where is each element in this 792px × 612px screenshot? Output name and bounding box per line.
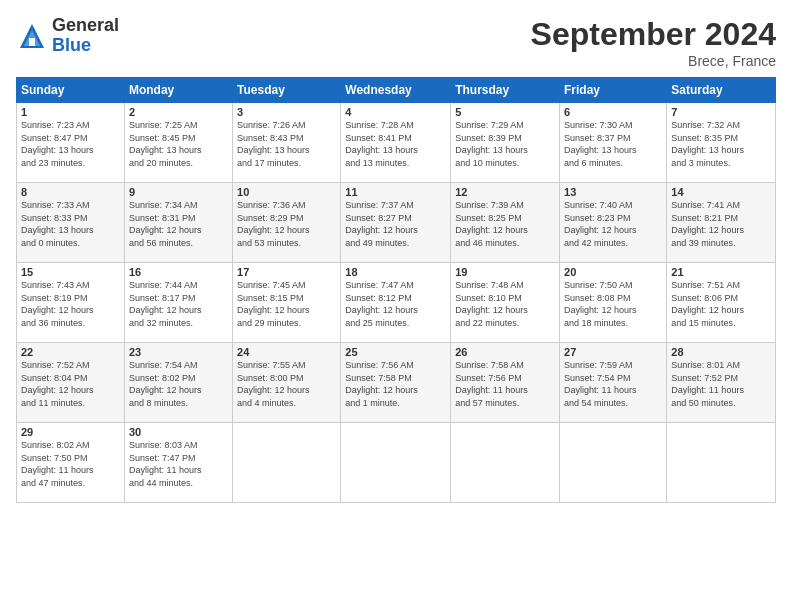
week-row-3: 15 Sunrise: 7:43 AMSunset: 8:19 PMDaylig… (17, 263, 776, 343)
day-info: Sunrise: 7:41 AMSunset: 8:21 PMDaylight:… (671, 200, 744, 248)
day-info: Sunrise: 7:50 AMSunset: 8:08 PMDaylight:… (564, 280, 637, 328)
cell-sep-6: 6 Sunrise: 7:30 AMSunset: 8:37 PMDayligh… (560, 103, 667, 183)
day-info: Sunrise: 7:32 AMSunset: 8:35 PMDaylight:… (671, 120, 744, 168)
cell-sep-18: 18 Sunrise: 7:47 AMSunset: 8:12 PMDaylig… (341, 263, 451, 343)
cell-sep-14: 14 Sunrise: 7:41 AMSunset: 8:21 PMDaylig… (667, 183, 776, 263)
day-number: 20 (564, 266, 662, 278)
header-row: Sunday Monday Tuesday Wednesday Thursday… (17, 78, 776, 103)
day-info: Sunrise: 7:40 AMSunset: 8:23 PMDaylight:… (564, 200, 637, 248)
empty-cell (667, 423, 776, 503)
day-number: 26 (455, 346, 555, 358)
cell-sep-13: 13 Sunrise: 7:40 AMSunset: 8:23 PMDaylig… (560, 183, 667, 263)
logo-general: General (52, 16, 119, 36)
day-info: Sunrise: 8:01 AMSunset: 7:52 PMDaylight:… (671, 360, 744, 408)
header-tuesday: Tuesday (233, 78, 341, 103)
cell-sep-25: 25 Sunrise: 7:56 AMSunset: 7:58 PMDaylig… (341, 343, 451, 423)
day-info: Sunrise: 7:30 AMSunset: 8:37 PMDaylight:… (564, 120, 637, 168)
day-info: Sunrise: 7:45 AMSunset: 8:15 PMDaylight:… (237, 280, 310, 328)
day-info: Sunrise: 7:54 AMSunset: 8:02 PMDaylight:… (129, 360, 202, 408)
empty-cell (233, 423, 341, 503)
day-number: 3 (237, 106, 336, 118)
location: Brece, France (531, 53, 776, 69)
day-number: 7 (671, 106, 771, 118)
calendar-table: Sunday Monday Tuesday Wednesday Thursday… (16, 77, 776, 503)
cell-sep-26: 26 Sunrise: 7:58 AMSunset: 7:56 PMDaylig… (451, 343, 560, 423)
day-number: 28 (671, 346, 771, 358)
day-number: 27 (564, 346, 662, 358)
day-number: 29 (21, 426, 120, 438)
calendar-page: General Blue September 2024 Brece, Franc… (0, 0, 792, 612)
header-saturday: Saturday (667, 78, 776, 103)
cell-sep-9: 9 Sunrise: 7:34 AMSunset: 8:31 PMDayligh… (124, 183, 232, 263)
day-number: 1 (21, 106, 120, 118)
empty-cell (451, 423, 560, 503)
week-row-4: 22 Sunrise: 7:52 AMSunset: 8:04 PMDaylig… (17, 343, 776, 423)
cell-sep-8: 8 Sunrise: 7:33 AMSunset: 8:33 PMDayligh… (17, 183, 125, 263)
day-info: Sunrise: 7:58 AMSunset: 7:56 PMDaylight:… (455, 360, 528, 408)
day-number: 22 (21, 346, 120, 358)
cell-sep-7: 7 Sunrise: 7:32 AMSunset: 8:35 PMDayligh… (667, 103, 776, 183)
empty-cell (341, 423, 451, 503)
day-number: 16 (129, 266, 228, 278)
day-number: 5 (455, 106, 555, 118)
cell-sep-3: 3 Sunrise: 7:26 AMSunset: 8:43 PMDayligh… (233, 103, 341, 183)
day-number: 12 (455, 186, 555, 198)
cell-sep-24: 24 Sunrise: 7:55 AMSunset: 8:00 PMDaylig… (233, 343, 341, 423)
header-sunday: Sunday (17, 78, 125, 103)
logo: General Blue (16, 16, 119, 56)
header-thursday: Thursday (451, 78, 560, 103)
day-info: Sunrise: 7:48 AMSunset: 8:10 PMDaylight:… (455, 280, 528, 328)
day-info: Sunrise: 7:55 AMSunset: 8:00 PMDaylight:… (237, 360, 310, 408)
day-info: Sunrise: 8:02 AMSunset: 7:50 PMDaylight:… (21, 440, 94, 488)
day-info: Sunrise: 7:56 AMSunset: 7:58 PMDaylight:… (345, 360, 418, 408)
day-info: Sunrise: 8:03 AMSunset: 7:47 PMDaylight:… (129, 440, 202, 488)
day-info: Sunrise: 7:44 AMSunset: 8:17 PMDaylight:… (129, 280, 202, 328)
week-row-5: 29 Sunrise: 8:02 AMSunset: 7:50 PMDaylig… (17, 423, 776, 503)
day-number: 11 (345, 186, 446, 198)
day-number: 23 (129, 346, 228, 358)
day-info: Sunrise: 7:51 AMSunset: 8:06 PMDaylight:… (671, 280, 744, 328)
day-info: Sunrise: 7:26 AMSunset: 8:43 PMDaylight:… (237, 120, 310, 168)
cell-sep-19: 19 Sunrise: 7:48 AMSunset: 8:10 PMDaylig… (451, 263, 560, 343)
cell-sep-15: 15 Sunrise: 7:43 AMSunset: 8:19 PMDaylig… (17, 263, 125, 343)
cell-sep-20: 20 Sunrise: 7:50 AMSunset: 8:08 PMDaylig… (560, 263, 667, 343)
svg-rect-2 (29, 38, 35, 46)
day-number: 17 (237, 266, 336, 278)
cell-sep-1: 1 Sunrise: 7:23 AMSunset: 8:47 PMDayligh… (17, 103, 125, 183)
cell-sep-28: 28 Sunrise: 8:01 AMSunset: 7:52 PMDaylig… (667, 343, 776, 423)
day-info: Sunrise: 7:23 AMSunset: 8:47 PMDaylight:… (21, 120, 94, 168)
logo-text: General Blue (52, 16, 119, 56)
day-number: 15 (21, 266, 120, 278)
cell-sep-29: 29 Sunrise: 8:02 AMSunset: 7:50 PMDaylig… (17, 423, 125, 503)
cell-sep-11: 11 Sunrise: 7:37 AMSunset: 8:27 PMDaylig… (341, 183, 451, 263)
day-info: Sunrise: 7:52 AMSunset: 8:04 PMDaylight:… (21, 360, 94, 408)
cell-sep-22: 22 Sunrise: 7:52 AMSunset: 8:04 PMDaylig… (17, 343, 125, 423)
day-number: 2 (129, 106, 228, 118)
cell-sep-17: 17 Sunrise: 7:45 AMSunset: 8:15 PMDaylig… (233, 263, 341, 343)
cell-sep-27: 27 Sunrise: 7:59 AMSunset: 7:54 PMDaylig… (560, 343, 667, 423)
logo-icon (16, 20, 48, 52)
day-number: 9 (129, 186, 228, 198)
header-monday: Monday (124, 78, 232, 103)
day-number: 14 (671, 186, 771, 198)
cell-sep-10: 10 Sunrise: 7:36 AMSunset: 8:29 PMDaylig… (233, 183, 341, 263)
day-info: Sunrise: 7:37 AMSunset: 8:27 PMDaylight:… (345, 200, 418, 248)
cell-sep-16: 16 Sunrise: 7:44 AMSunset: 8:17 PMDaylig… (124, 263, 232, 343)
title-area: September 2024 Brece, France (531, 16, 776, 69)
day-number: 8 (21, 186, 120, 198)
day-number: 30 (129, 426, 228, 438)
week-row-2: 8 Sunrise: 7:33 AMSunset: 8:33 PMDayligh… (17, 183, 776, 263)
week-row-1: 1 Sunrise: 7:23 AMSunset: 8:47 PMDayligh… (17, 103, 776, 183)
day-info: Sunrise: 7:36 AMSunset: 8:29 PMDaylight:… (237, 200, 310, 248)
day-info: Sunrise: 7:59 AMSunset: 7:54 PMDaylight:… (564, 360, 637, 408)
day-number: 10 (237, 186, 336, 198)
day-info: Sunrise: 7:25 AMSunset: 8:45 PMDaylight:… (129, 120, 202, 168)
day-number: 21 (671, 266, 771, 278)
day-info: Sunrise: 7:28 AMSunset: 8:41 PMDaylight:… (345, 120, 418, 168)
cell-sep-5: 5 Sunrise: 7:29 AMSunset: 8:39 PMDayligh… (451, 103, 560, 183)
day-info: Sunrise: 7:43 AMSunset: 8:19 PMDaylight:… (21, 280, 94, 328)
header-friday: Friday (560, 78, 667, 103)
day-number: 24 (237, 346, 336, 358)
day-number: 19 (455, 266, 555, 278)
day-number: 18 (345, 266, 446, 278)
